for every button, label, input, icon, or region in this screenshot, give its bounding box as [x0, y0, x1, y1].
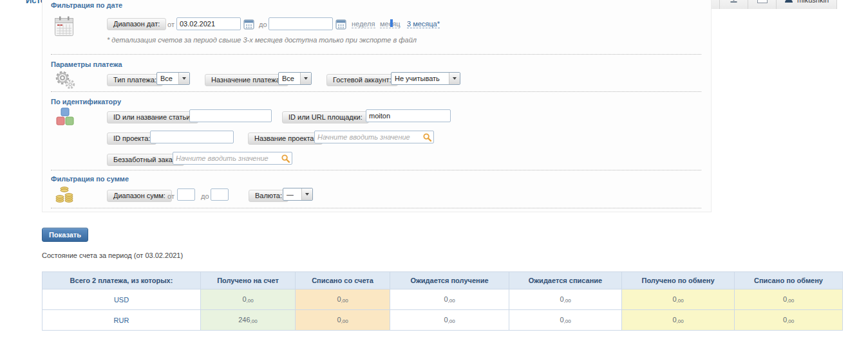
period-status-text: Состояние счета за период (от 03.02.2021… [42, 252, 183, 259]
chevron-down-icon [449, 73, 460, 84]
amount-cell: 0,00 [735, 310, 843, 331]
amount-from-input[interactable] [177, 188, 195, 201]
chevron-down-icon [300, 73, 311, 84]
amount-cell: 0,00 [296, 310, 390, 331]
chevron-down-icon [178, 73, 189, 84]
gears-icon [54, 69, 76, 91]
coins-icon [54, 183, 76, 205]
currency-select[interactable]: — [283, 188, 313, 201]
amount-cell: 0,00 [390, 310, 509, 331]
account-summary-table: Всего 2 платежа, из которых: Получено на… [42, 271, 843, 331]
table-header-cell: Списано со счета [296, 272, 390, 289]
amount-cell: 0,00 [509, 289, 622, 310]
project-name-input[interactable] [315, 133, 422, 141]
currency-cell: USD [42, 289, 201, 310]
calendar-large-icon [54, 15, 76, 37]
user-menu[interactable]: mikushkin [776, 0, 837, 9]
currency-value: — [283, 190, 294, 198]
username: mikushkin [797, 0, 829, 4]
project-name-label: Название проекта: [248, 133, 323, 145]
amount-cell: 246,00 [201, 310, 296, 331]
amount-cell: 0,00 [622, 289, 735, 310]
date-to-label: до [259, 21, 267, 28]
amount-cell: 0,00 [622, 310, 735, 331]
table-row: USD 0,00 0,00 0,00 0,00 0,00 0,00 [42, 289, 843, 310]
project-id-input[interactable] [150, 131, 234, 143]
export-note: * детализация счетов за период свыше 3-х… [107, 36, 417, 44]
text-cursor-artifact [390, 19, 393, 27]
site-id-label: ID или URL площадки: [282, 111, 369, 124]
section-title-identifier: По идентификатору [51, 98, 121, 105]
amount-to-input[interactable] [211, 188, 229, 201]
project-name-searchbox [314, 131, 434, 143]
amount-cell: 0,00 [735, 289, 843, 310]
date-from-label: от [167, 21, 175, 28]
table-header-cell: Получено по обмену [622, 272, 735, 289]
amount-cell: 0,00 [390, 289, 509, 310]
table-header-cell: Всего 2 платежа, из которых: [42, 272, 201, 289]
table-header-cell: Получено на счет [201, 272, 296, 289]
table-header-cell: Списано по обмену [735, 272, 843, 289]
amount-from-label: от [167, 192, 175, 200]
amount-cell: 0,00 [201, 289, 296, 310]
separator [51, 91, 701, 92]
quick-range-3months-link[interactable]: 3 месяца* [407, 20, 440, 28]
payment-purpose-value: Все [279, 75, 294, 82]
carefree-order-searchbox [173, 152, 292, 165]
amount-cell: 0,00 [509, 310, 622, 331]
calendar-picker-icon[interactable] [243, 19, 254, 30]
separator [51, 170, 701, 170]
payment-purpose-select[interactable]: Все [278, 72, 312, 85]
section-title-date: Фильтрация по дате [51, 1, 122, 9]
site-id-input[interactable] [366, 109, 451, 122]
search-icon[interactable] [422, 133, 432, 142]
amount-cell: 0,00 [296, 289, 390, 310]
date-range-label: Диапазон дат: [107, 18, 166, 30]
payment-type-select[interactable]: Все [156, 72, 190, 85]
export-download-button[interactable] [719, 0, 748, 9]
amount-range-label: Диапазон сумм: [107, 190, 172, 202]
date-to-input[interactable] [269, 17, 333, 30]
article-id-input[interactable] [189, 109, 272, 122]
separator [51, 208, 701, 208]
date-from-input[interactable] [176, 17, 241, 30]
section-title-amount: Фильтрация по сумме [51, 175, 129, 183]
quick-range-week-link[interactable]: неделя [352, 20, 375, 28]
cubes-icon [54, 106, 76, 128]
messages-button[interactable] [748, 0, 776, 9]
search-icon[interactable] [281, 154, 290, 163]
table-header-cell: Ожидается получение [390, 272, 509, 289]
payment-type-label: Тип платежа: [107, 74, 163, 86]
separator [51, 54, 701, 55]
article-id-label: ID или название статьи: [107, 111, 198, 124]
project-id-label: ID проекта: [107, 133, 156, 145]
table-row: RUR 246,00 0,00 0,00 0,00 0,00 0,00 [42, 310, 843, 331]
download-icon [729, 0, 739, 6]
payment-purpose-label: Назначение платежа: [205, 74, 288, 86]
chevron-down-icon [301, 188, 312, 200]
payment-type-value: Все [157, 75, 173, 82]
currency-cell: RUR [42, 310, 201, 331]
mail-icon [757, 0, 768, 6]
show-button[interactable]: Показать [42, 228, 88, 242]
user-icon [784, 0, 793, 6]
guest-account-value: Не учитывать [392, 75, 440, 82]
guest-account-select[interactable]: Не учитывать [391, 72, 460, 85]
table-header-cell: Ожидается списание [509, 272, 622, 289]
calendar-picker-icon[interactable] [335, 19, 346, 30]
carefree-order-input[interactable] [173, 154, 281, 162]
guest-account-label: Гостевой аккаунт: [326, 74, 398, 86]
amount-to-label: до [201, 192, 209, 200]
filters-panel: Фильтрация по дате Диапазон дат: от до н… [42, 0, 712, 212]
section-title-payment: Параметры платежа [51, 60, 122, 68]
table-header-row: Всего 2 платежа, из которых: Получено на… [42, 272, 843, 289]
